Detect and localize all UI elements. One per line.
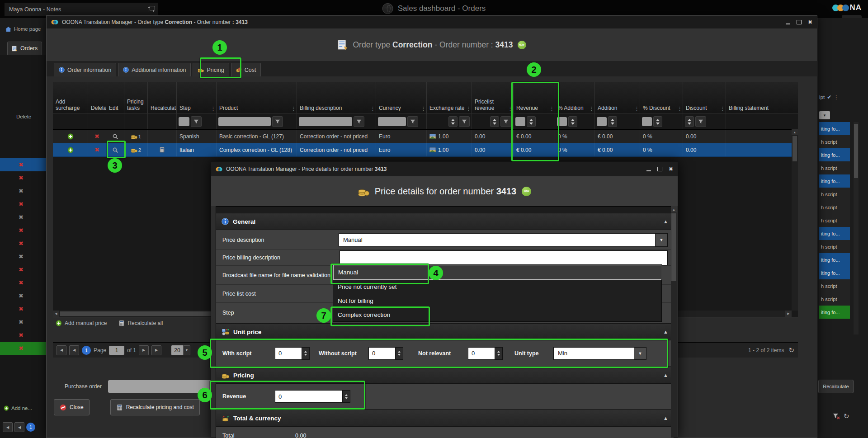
bg-order-row[interactable]: h script [819,201,850,214]
delete-row-icon[interactable]: ✖ [14,276,28,289]
first-page-button[interactable]: ◀ [57,345,66,355]
tab-orders[interactable]: Orders [7,42,42,55]
purchase-order-input[interactable] [108,380,212,393]
bg-order-row[interactable]: h script [819,161,850,174]
column-menu-icon[interactable]: ⋮ [589,105,594,112]
bg-order-row[interactable]: iting fo... [819,122,850,135]
close-button[interactable]: Close [54,399,90,415]
billing-filter-input[interactable] [299,117,352,126]
bg-current-page[interactable]: 1 [26,423,35,432]
sidebar-item-home-page[interactable]: Home page [5,26,41,32]
scroll-up-icon[interactable]: ▲ [671,206,677,212]
bg-recalculate-button[interactable]: Recalculate [818,380,854,393]
collapse-icon[interactable]: ▲ [663,372,668,378]
funnel-icon[interactable] [500,116,511,127]
bg-order-row[interactable]: iting fo... [819,266,850,279]
edit-icon[interactable] [112,147,118,153]
bg-order-row[interactable]: iting fo... [819,253,850,266]
close-dialog-button[interactable]: ✖ [669,166,673,172]
unit-type-select[interactable]: Min ▼ [553,347,646,360]
column-header-currency[interactable]: Currency⋮ [376,82,427,113]
section-total-currency[interactable]: Total & currency ▲ [216,410,674,427]
bg-order-row[interactable]: h script [819,240,850,253]
pricing-tasks-icon[interactable] [131,147,137,153]
section-general[interactable]: General ▲ [216,213,674,230]
addition-filter-spinner[interactable] [608,116,617,127]
rate-filter-spinner[interactable] [448,116,458,127]
column-header-exchange-rate[interactable]: Exchange rate⋮ [427,82,472,113]
table-row-selected[interactable]: ✖ 2 Italian Complex correction - GL (128… [53,143,798,157]
page-input[interactable]: 1 [109,346,124,355]
current-page-button[interactable]: 1 [82,346,91,355]
notes-window-titlebar[interactable]: Maya Ooona - Notes [5,3,158,16]
restore-icon[interactable] [148,7,154,12]
recalculate-all-button[interactable]: Recalculate all [118,320,163,326]
column-header-billing-statement[interactable]: Billing statement [726,82,785,113]
dialog-titlebar[interactable]: OOONA Translation Manager - Price detail… [211,162,678,176]
chevron-down-icon[interactable]: ▼ [634,348,646,359]
delete-row-icon[interactable]: ✖ [14,171,28,184]
addition-filter-input[interactable] [597,117,607,126]
bg-order-row[interactable]: h script [819,135,850,148]
collapse-icon[interactable]: ▲ [663,329,668,334]
revenue-filter-input[interactable] [515,117,525,126]
collapse-icon[interactable]: ▲ [663,219,668,224]
next-page-button[interactable]: ▶ [139,345,149,355]
scroll-up-icon[interactable]: ▲ [792,129,798,135]
tab-additional-information[interactable]: Additional information [118,63,191,76]
column-menu-icon[interactable]: ⋮ [634,105,639,112]
delete-row-icon[interactable]: ✖ [14,329,28,342]
delete-row-icon[interactable]: ✖ [14,342,28,355]
tab-pricing[interactable]: Pricing [193,63,229,76]
revenue-filter-spinner[interactable] [527,116,536,127]
delete-row-icon[interactable]: ✖ [14,198,28,211]
column-header-pricelist-revenue[interactable]: Pricelist revenue⋮ [472,82,514,113]
column-header-recalculate[interactable]: Recalculate [148,82,177,113]
pct-addition-filter-spinner[interactable] [568,116,577,127]
table-row[interactable]: ✖ 1 Spanish Basic correction - GL (127) … [53,130,798,143]
discount-filter-spinner[interactable] [685,116,694,127]
delete-row-icon[interactable]: ✖ [14,211,28,224]
column-header-edit[interactable]: Edit [106,82,124,113]
maximize-button[interactable] [657,167,662,171]
column-header-pct-discount[interactable]: % Discount⋮ [640,82,683,113]
bg-vertical-scrollbar[interactable] [854,122,859,334]
pct-addition-filter-input[interactable] [557,117,567,126]
section-unit-price[interactable]: Unit price ▲ [216,323,674,340]
column-header-step[interactable]: Step⋮ [177,82,217,113]
scroll-left-icon[interactable]: ◀ [53,311,59,317]
refresh-icon[interactable]: ↻ [788,346,794,354]
funnel-icon[interactable] [354,116,364,127]
funnel-icon[interactable] [272,116,283,127]
add-surcharge-icon[interactable] [67,133,74,140]
table-vertical-scrollbar[interactable]: ▲ [792,129,798,311]
dropdown-option-not-for-billing[interactable]: Not for billing [333,294,661,308]
refresh-icon[interactable]: ↻ [844,412,849,420]
delete-row-icon[interactable]: ✖ [14,316,28,329]
chevron-down-icon[interactable]: ▼ [655,234,667,246]
scroll-right-icon[interactable]: ▶ [785,311,792,317]
price-description-select[interactable]: Manual ▼ [339,233,668,247]
add-new-button[interactable]: Add ne... [4,405,46,411]
column-header-billing-description[interactable]: Billing description⋮ [297,82,376,113]
column-header-addition[interactable]: Addition⋮ [595,82,640,113]
bg-order-row-selected-green[interactable]: iting fo... [819,306,850,319]
column-header-product[interactable]: Product⋮ [217,82,297,113]
dialog-scrollbar[interactable]: ▲ [671,206,677,438]
pricing-tasks-icon[interactable] [131,133,137,139]
funnel-icon[interactable] [695,116,706,127]
bg-filter-dropdown[interactable]: ▼ [819,111,830,119]
bg-order-row[interactable]: h script [819,292,850,306]
collapse-icon[interactable]: ▲ [663,415,668,421]
dropdown-option-price-not-currently-set[interactable]: Price not currently set [333,280,661,294]
column-menu-icon[interactable]: ⋮ [421,105,426,112]
maximize-button[interactable] [797,20,802,24]
funnel-icon[interactable] [407,116,418,127]
column-header-revenue[interactable]: Revenue⋮ [514,82,555,113]
prev-page-button[interactable]: ◀ [14,422,24,432]
column-menu-icon[interactable]: ⋮ [370,105,375,112]
delete-row-icon[interactable]: ✖ [14,250,28,263]
edit-icon[interactable] [112,133,118,140]
with-script-spinner[interactable]: 0 [275,347,310,360]
column-menu-icon[interactable]: ⋮ [466,105,471,112]
